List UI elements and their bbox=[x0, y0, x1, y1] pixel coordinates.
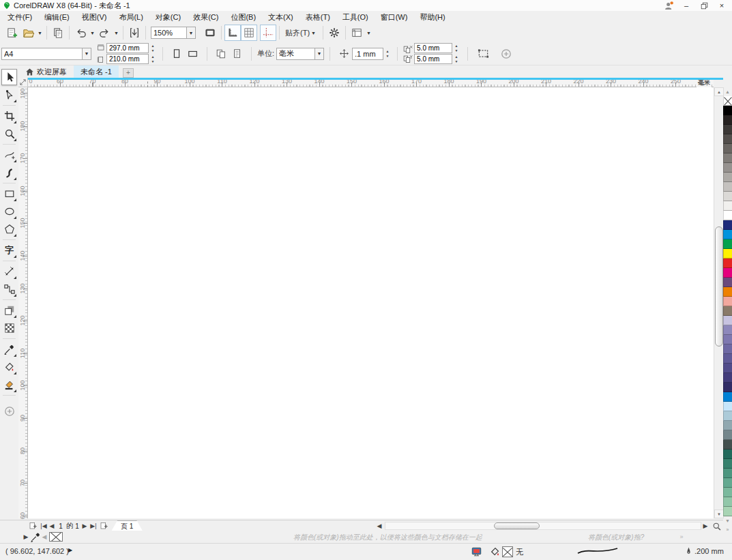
nudge-up[interactable]: ▲ bbox=[383, 49, 392, 54]
palette-swatch-1[interactable] bbox=[723, 106, 732, 115]
palette-swatch-31[interactable] bbox=[723, 392, 732, 402]
palette-swatch-17[interactable] bbox=[723, 259, 732, 268]
units-dropdown[interactable]: ▼ bbox=[314, 48, 324, 60]
palette-swatch-38[interactable] bbox=[723, 459, 732, 469]
palette-swatch-21[interactable] bbox=[723, 297, 732, 306]
treat-as-filled-button[interactable] bbox=[475, 46, 491, 62]
previous-page-button[interactable]: ◀ bbox=[48, 520, 56, 531]
palette-swatch-4[interactable] bbox=[723, 134, 732, 144]
freehand-tool[interactable] bbox=[1, 147, 17, 163]
open-dropdown[interactable]: ▼ bbox=[36, 25, 44, 41]
palette-swatch-16[interactable] bbox=[723, 249, 732, 259]
palette-swatch-29[interactable] bbox=[723, 373, 732, 383]
page-width-down[interactable]: ▼ bbox=[149, 48, 157, 53]
zoom-level-dropdown[interactable]: ▼ bbox=[186, 27, 196, 39]
palette-swatch-12[interactable] bbox=[723, 211, 732, 220]
scroll-down-button[interactable]: ▼ bbox=[714, 510, 724, 518]
first-page-button[interactable]: |◀ bbox=[39, 520, 48, 531]
document-palette-flyout-arrow[interactable]: ▶ bbox=[23, 531, 29, 543]
document-palette-no-color-swatch[interactable] bbox=[49, 532, 63, 542]
horizontal-scroll-thumb[interactable] bbox=[494, 522, 540, 529]
show-grid-button[interactable] bbox=[241, 25, 257, 41]
add-page-after-button[interactable] bbox=[99, 520, 108, 531]
document-palette-expand-button[interactable]: » bbox=[677, 531, 686, 543]
palette-swatch-20[interactable] bbox=[723, 287, 732, 297]
menu-item-0[interactable]: 文件(F) bbox=[1, 11, 38, 23]
palette-swatch-37[interactable] bbox=[723, 450, 732, 459]
page-height-down[interactable]: ▼ bbox=[149, 59, 157, 64]
fill-none-swatch[interactable] bbox=[502, 546, 513, 557]
vertical-scrollbar[interactable]: ▲ ▼ bbox=[714, 87, 723, 518]
menu-item-11[interactable]: 帮助(H) bbox=[413, 11, 451, 23]
add-tools-button[interactable] bbox=[1, 403, 17, 419]
shape-tool[interactable] bbox=[1, 87, 17, 103]
show-rulers-button[interactable] bbox=[224, 25, 241, 41]
hscroll-right-button[interactable]: ▶ bbox=[701, 520, 709, 531]
palette-swatch-11[interactable] bbox=[723, 201, 732, 211]
interactive-fill-tool[interactable] bbox=[1, 359, 17, 375]
duplicate-x-field[interactable] bbox=[414, 43, 452, 53]
palette-swatch-5[interactable] bbox=[723, 144, 732, 153]
fullscreen-preview-button[interactable] bbox=[202, 25, 218, 41]
account-icon[interactable] bbox=[660, 0, 677, 11]
application-launcher-dropdown[interactable]: ▼ bbox=[365, 25, 372, 41]
add-property-button[interactable] bbox=[498, 46, 514, 62]
palette-swatch-35[interactable] bbox=[723, 430, 732, 440]
palette-swatch-3[interactable] bbox=[723, 125, 732, 134]
palette-swatch-34[interactable] bbox=[723, 421, 732, 430]
palette-swatch-13[interactable] bbox=[723, 220, 732, 230]
undo-dropdown[interactable]: ▼ bbox=[89, 25, 96, 41]
zoom-fit-button[interactable] bbox=[710, 520, 722, 531]
page-tab[interactable]: 页 1 bbox=[111, 520, 143, 531]
menu-item-7[interactable]: 文本(X) bbox=[262, 11, 299, 23]
palette-swatch-43[interactable] bbox=[723, 507, 732, 516]
horizontal-scrollbar[interactable] bbox=[385, 522, 701, 530]
palette-swatch-6[interactable] bbox=[723, 153, 732, 163]
page-width-field[interactable] bbox=[106, 43, 149, 53]
nudge-down[interactable]: ▼ bbox=[383, 54, 392, 59]
outline-pen-icon[interactable] bbox=[685, 546, 692, 557]
palette-swatch-25[interactable] bbox=[723, 335, 732, 344]
palette-scroll-down-button[interactable]: ▼ bbox=[723, 516, 732, 525]
pick-tool[interactable] bbox=[1, 69, 17, 85]
palette-swatch-36[interactable] bbox=[723, 440, 732, 450]
vertical-ruler[interactable]: 19018017016015014013012011010090807060 bbox=[18, 87, 28, 518]
document-palette-scroll-left[interactable]: ◀ bbox=[41, 531, 48, 543]
palette-swatch-28[interactable] bbox=[723, 364, 732, 373]
palette-swatch-41[interactable] bbox=[723, 488, 732, 497]
application-launcher-button[interactable] bbox=[349, 25, 365, 41]
palette-swatch-15[interactable] bbox=[723, 239, 732, 249]
redo-dropdown[interactable]: ▼ bbox=[113, 25, 120, 41]
smart-fill-tool[interactable] bbox=[1, 377, 17, 393]
palette-swatch-7[interactable] bbox=[723, 163, 732, 173]
palette-swatch-23[interactable] bbox=[723, 316, 732, 325]
add-page-before-button[interactable] bbox=[28, 520, 38, 531]
duplicate-y-field[interactable] bbox=[414, 54, 452, 64]
palette-swatch-9[interactable] bbox=[723, 182, 732, 192]
parallel-dimension-tool[interactable] bbox=[1, 263, 17, 280]
rectangle-tool[interactable] bbox=[1, 186, 17, 202]
palette-swatch-39[interactable] bbox=[723, 469, 732, 478]
tab-welcome-screen[interactable]: 欢迎屏幕 bbox=[18, 65, 74, 78]
close-button[interactable]: × bbox=[713, 0, 731, 11]
duplicate-x-down[interactable]: ▼ bbox=[452, 48, 460, 53]
palette-swatch-19[interactable] bbox=[723, 278, 732, 287]
artistic-media-tool[interactable] bbox=[1, 164, 17, 181]
snap-to-dropdown[interactable]: ▼ bbox=[310, 25, 317, 41]
page-size-preset-dropdown[interactable]: ▼ bbox=[82, 48, 91, 60]
zoom-level-field[interactable] bbox=[151, 27, 186, 39]
palette-swatch-27[interactable] bbox=[723, 354, 732, 364]
palette-swatch-26[interactable] bbox=[723, 344, 732, 354]
palette-no-color-swatch[interactable] bbox=[723, 96, 732, 106]
duplicate-y-down[interactable]: ▼ bbox=[452, 59, 460, 64]
palette-swatch-42[interactable] bbox=[723, 497, 732, 507]
crop-tool[interactable] bbox=[1, 108, 17, 124]
page-width-up[interactable]: ▲ bbox=[149, 44, 157, 48]
show-guidelines-button[interactable] bbox=[260, 25, 276, 41]
fill-color-icon[interactable] bbox=[490, 546, 501, 557]
document-color-settings-icon[interactable] bbox=[471, 546, 482, 557]
menu-item-3[interactable]: 布局(L) bbox=[113, 11, 149, 23]
menu-item-2[interactable]: 视图(V) bbox=[76, 11, 113, 23]
landscape-button[interactable] bbox=[185, 46, 201, 62]
scroll-up-button[interactable]: ▲ bbox=[714, 87, 724, 96]
